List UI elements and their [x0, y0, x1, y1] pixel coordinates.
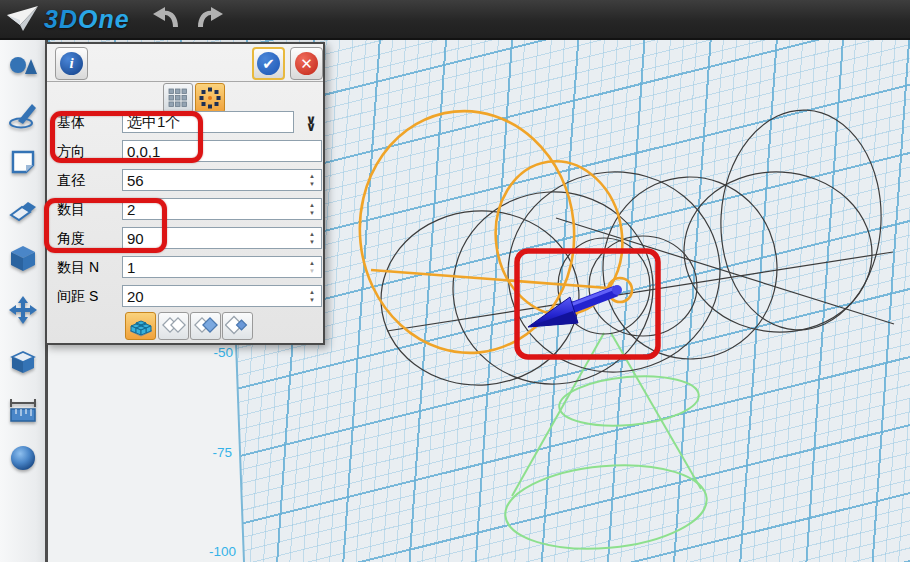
diamond-intersect-icon [225, 315, 251, 337]
count-n-label: 数目 N [57, 253, 99, 282]
chevron-down-icon: ∨ [306, 123, 317, 130]
measure-tool-icon[interactable] [8, 395, 38, 425]
spacing-s-spinner[interactable]: ▲ ▼ [305, 285, 319, 307]
diameter-spinner[interactable]: ▲ ▼ [305, 169, 319, 191]
boolean-intersect-option[interactable] [222, 312, 253, 340]
field-row-base: 基体 ∨ ∨ [47, 108, 323, 137]
confirm-check-icon: ✔ [257, 52, 280, 75]
preview-cone[interactable] [502, 333, 710, 557]
result-solid-option-active[interactable] [125, 312, 156, 340]
spinner-down-icon: ▼ [309, 267, 315, 275]
spinner-down-icon: ▼ [309, 180, 315, 188]
redo-icon [192, 5, 226, 35]
direction-arrow-handle[interactable] [528, 285, 622, 327]
angle-input[interactable] [122, 227, 322, 249]
axis-label-75: -75 [212, 445, 232, 460]
solid-cubes-icon [128, 314, 154, 338]
paper-plane-icon [6, 5, 40, 33]
spacing-s-input[interactable] [122, 285, 322, 307]
sphere-tool-icon[interactable] [8, 443, 38, 473]
count-label: 数目 [57, 195, 85, 224]
cancel-button[interactable]: ✕ [290, 47, 323, 80]
spinner-up-icon: ▲ [309, 259, 315, 267]
header-separator [47, 81, 323, 82]
linear-pattern-icon [167, 87, 189, 109]
undo-button[interactable] [150, 5, 184, 35]
expand-chevron[interactable]: ∨ ∨ [301, 110, 321, 136]
two-diamonds-icon [161, 315, 187, 337]
count-spinner[interactable]: ▲ ▼ [305, 198, 319, 220]
base-label: 基体 [57, 108, 85, 137]
spacing-s-label: 间距 S [57, 282, 98, 311]
direction-input[interactable] [122, 140, 322, 162]
base-input[interactable] [122, 111, 294, 133]
count-n-input[interactable] [122, 256, 322, 278]
ok-button[interactable]: ✔ [252, 47, 285, 80]
spinner-up-icon: ▲ [309, 230, 315, 238]
redo-button[interactable] [192, 5, 226, 35]
left-toolbar [0, 40, 45, 562]
field-row-direction: 方向 [47, 137, 323, 166]
eraser-tool-icon[interactable] [8, 195, 38, 225]
brand-prefix: 3D [44, 5, 78, 33]
count-input[interactable] [122, 198, 322, 220]
info-button[interactable]: i [55, 47, 88, 80]
spinner-up-icon: ▲ [309, 288, 315, 296]
axis-label-50: -50 [213, 345, 233, 360]
diameter-input[interactable] [122, 169, 322, 191]
cancel-x-icon: ✕ [295, 52, 318, 75]
spinner-up-icon: ▲ [309, 201, 315, 209]
spinner-down-icon: ▼ [309, 296, 315, 304]
count-n-spinner[interactable]: ▲ ▼ [305, 256, 319, 278]
arrow-tail-cap [612, 285, 622, 295]
field-row-diameter: 直径 ▲ ▼ [47, 166, 323, 195]
sketch-tool-icon[interactable] [8, 100, 38, 130]
angle-label: 角度 [57, 224, 85, 253]
direction-label: 方向 [57, 137, 85, 166]
move-tool-icon[interactable] [8, 295, 38, 325]
pattern-dialog: i ✔ ✕ 基体 [45, 42, 325, 345]
axis-label-100: -100 [209, 544, 236, 559]
sketch-plane-tool-icon[interactable] [8, 147, 38, 177]
brand-text: 3DOne [44, 5, 130, 34]
circular-pattern-icon [198, 86, 222, 110]
spinner-down-icon: ▼ [309, 238, 315, 246]
info-icon: i [60, 52, 83, 75]
app-logo: 3DOne [6, 5, 130, 34]
brand-suffix: One [78, 5, 130, 33]
field-row-count-n: 数目 N ▲ ▼ [47, 253, 323, 282]
boolean-none-option[interactable] [158, 312, 189, 340]
angle-spinner[interactable]: ▲ ▼ [305, 227, 319, 249]
solid-tool-icon[interactable] [8, 243, 38, 273]
selected-geometry[interactable] [348, 100, 632, 363]
diamond-add-icon [193, 315, 219, 337]
combine-tool-icon[interactable] [8, 345, 38, 375]
undo-icon [150, 5, 184, 35]
diameter-label: 直径 [57, 166, 85, 195]
top-bar: 3DOne [0, 0, 910, 40]
spinner-down-icon: ▼ [309, 209, 315, 217]
field-row-angle: 角度 ▲ ▼ [47, 224, 323, 253]
boolean-option-row [47, 312, 323, 343]
boolean-add-option[interactable] [190, 312, 221, 340]
field-row-spacing-s: 间距 S ▲ ▼ [47, 282, 323, 311]
primitives-tool-icon[interactable] [8, 52, 38, 82]
dialog-form: 基体 ∨ ∨ 方向 直径 ▲ ▼ 数目 ▲ ▼ [47, 108, 323, 311]
field-row-count: 数目 ▲ ▼ [47, 195, 323, 224]
spinner-up-icon: ▲ [309, 172, 315, 180]
